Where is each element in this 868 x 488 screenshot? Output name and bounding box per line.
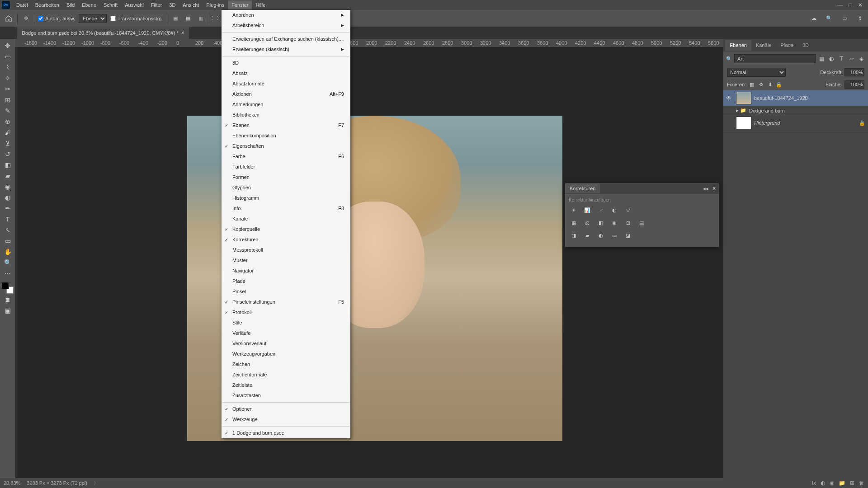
close-icon[interactable]: ✕ [858, 2, 863, 8]
menu-plug-ins[interactable]: Plug-ins [203, 0, 228, 9]
menu-item-glyphen[interactable]: Glyphen [222, 183, 350, 193]
quick-mask-icon[interactable]: ◙ [1, 295, 14, 305]
menu-item-arbeitsbereich[interactable]: Arbeitsbereich▶ [222, 20, 350, 31]
mixer-icon[interactable]: ⊞ [623, 218, 633, 228]
tool-wand[interactable]: ✧ [1, 73, 14, 83]
fill-input[interactable] [844, 80, 864, 89]
menu-item-absatz[interactable]: Absatz [222, 68, 350, 79]
filter-smart-icon[interactable]: ◈ [857, 55, 865, 63]
menu-item-absatzformate[interactable]: Absatzformate [222, 79, 350, 89]
menu-item-erweiterungen-klassisch-[interactable]: Erweiterungen (klassisch)▶ [222, 44, 350, 55]
brightness-icon[interactable]: ☀ [569, 205, 579, 215]
tool-crop[interactable]: ✂ [1, 84, 14, 94]
hue-icon[interactable]: ▦ [569, 218, 579, 228]
blend-mode-select[interactable]: Normal [727, 68, 786, 77]
menu-item-anmerkungen[interactable]: Anmerkungen [222, 99, 350, 110]
menu-item-zusatztasten[interactable]: Zusatztasten [222, 390, 350, 401]
menu-ansicht[interactable]: Ansicht [179, 0, 203, 9]
menu-item-pinsel[interactable]: Pinsel [222, 286, 350, 297]
filter-adjust-icon[interactable]: ◐ [827, 55, 835, 63]
lock-position-icon[interactable]: ✥ [758, 81, 764, 88]
lookup-icon[interactable]: ▤ [637, 218, 646, 228]
photo-filter-icon[interactable]: ◉ [609, 218, 619, 228]
filter-type-icon[interactable]: T [837, 55, 845, 63]
menu-item-info[interactable]: InfoF8 [222, 203, 350, 214]
threshold-icon[interactable]: ◐ [596, 230, 606, 240]
search-icon[interactable]: 🔍 [825, 14, 834, 23]
panel-collapse-icon[interactable]: ◂◂ [703, 186, 708, 192]
menu-item-formen[interactable]: Formen [222, 172, 350, 183]
menu-item-eigenschaften[interactable]: ✓Eigenschaften [222, 141, 350, 151]
menu-hilfe[interactable]: Hilfe [252, 0, 269, 9]
tool-eyedropper[interactable]: ✎ [1, 106, 14, 116]
menu-item-ebenenkomposition[interactable]: Ebenenkomposition [222, 131, 350, 141]
menu-item-histogramm[interactable]: Histogramm [222, 193, 350, 203]
bw-icon[interactable]: ◧ [596, 218, 606, 228]
workspace-icon[interactable]: ▭ [840, 14, 849, 23]
align-right-icon[interactable]: ▥ [196, 14, 205, 23]
folder-icon[interactable]: ▸ 📁 [736, 108, 746, 113]
menu-item-pinseleinstellungen[interactable]: ✓PinseleinstellungenF5 [222, 297, 350, 307]
color-swatches[interactable] [2, 282, 14, 294]
share-icon[interactable]: ⇪ [855, 14, 864, 23]
tool-gradient[interactable]: ▰ [1, 171, 14, 181]
tool-eraser[interactable]: ◧ [1, 160, 14, 170]
menu-datei[interactable]: Datei [13, 0, 32, 9]
folder-icon[interactable]: 📁 [839, 480, 845, 486]
tab-close-icon[interactable]: × [181, 30, 184, 36]
exposure-icon[interactable]: ◐ [609, 205, 619, 215]
menu-item-werkzeuge[interactable]: ✓Werkzeuge [222, 414, 350, 425]
lock-icon[interactable]: 🔒 [859, 120, 865, 126]
opacity-input[interactable] [844, 68, 864, 76]
menu-item-pfade[interactable]: Pfade [222, 276, 350, 286]
cloud-icon[interactable]: ☁ [809, 14, 818, 23]
tool-rectangle[interactable]: ▭ [1, 236, 14, 246]
tool-heal[interactable]: ⊕ [1, 117, 14, 127]
layer-row[interactable]: 👁beautiful-1844724_1920 [723, 90, 868, 106]
align-center-icon[interactable]: ▦ [184, 14, 193, 23]
selective-icon[interactable]: ◪ [623, 230, 633, 240]
panel-tab-pfade[interactable]: Pfade [776, 40, 798, 51]
menu-bild[interactable]: Bild [63, 0, 78, 9]
trash-icon[interactable]: 🗑 [859, 480, 864, 486]
menu-item-farbe[interactable]: FarbeF6 [222, 151, 350, 162]
menu-item-erweiterungen-auf-exchange-suchen-klassisch-[interactable]: Erweiterungen auf Exchange suchen (klass… [222, 34, 350, 44]
menu-item-optionen[interactable]: ✓Optionen [222, 404, 350, 414]
zoom-level[interactable]: 20,83% [4, 480, 20, 486]
status-arrow-icon[interactable]: 〉 [94, 480, 99, 487]
visibility-icon[interactable]: 👁 [726, 95, 733, 101]
tool-pen[interactable]: ✒ [1, 203, 14, 213]
filter-shape-icon[interactable]: ▱ [847, 55, 855, 63]
minimize-icon[interactable]: — [837, 2, 843, 8]
lock-pixels-icon[interactable]: ▦ [749, 81, 755, 88]
levels-icon[interactable]: 📊 [582, 205, 592, 215]
menu-item-korrekturen[interactable]: ✓Korrekturen [222, 235, 350, 245]
menu-item-zeichen[interactable]: Zeichen [222, 359, 350, 370]
panel-close-icon[interactable]: ✕ [712, 186, 716, 192]
menu-schrift[interactable]: Schrift [100, 0, 121, 9]
curves-icon[interactable]: ⟋ [596, 205, 606, 215]
menu-item-werkzeugvorgaben[interactable]: Werkzeugvorgaben [222, 349, 350, 359]
tool-zoom[interactable]: 🔍 [1, 258, 14, 267]
distribute-icon[interactable]: ⋮⋮⋮ [213, 14, 222, 23]
tool-lasso[interactable]: ⌇ [1, 62, 14, 72]
posterize-icon[interactable]: ▰ [582, 230, 592, 240]
tool-brush[interactable]: 🖌 [1, 127, 14, 137]
menu-item-protokoll[interactable]: ✓Protokoll [222, 307, 350, 318]
tool-move[interactable]: ✥ [1, 41, 14, 51]
menu-filter[interactable]: Filter [147, 0, 165, 9]
tool-path[interactable]: ↖ [1, 225, 14, 235]
menu-item-versionsverlauf[interactable]: Versionsverlauf [222, 338, 350, 349]
menu-item-stile[interactable]: Stile [222, 318, 350, 328]
menu-item-navigator[interactable]: Navigator [222, 266, 350, 276]
fx-icon[interactable]: fx [812, 480, 816, 486]
invert-icon[interactable]: ◨ [569, 230, 579, 240]
menu-item-farbfelder[interactable]: Farbfelder [222, 162, 350, 172]
menu-item-zeitleiste[interactable]: Zeitleiste [222, 380, 350, 390]
menu-item-messprotokoll[interactable]: Messprotokoll [222, 245, 350, 255]
maximize-icon[interactable]: ◻ [848, 2, 853, 8]
menu-item-kopierquelle[interactable]: ✓Kopierquelle [222, 224, 350, 235]
lock-all-icon[interactable]: 🔒 [776, 81, 782, 88]
menu-ebene[interactable]: Ebene [78, 0, 100, 9]
menu-bearbeiten[interactable]: Bearbeiten [32, 0, 63, 9]
